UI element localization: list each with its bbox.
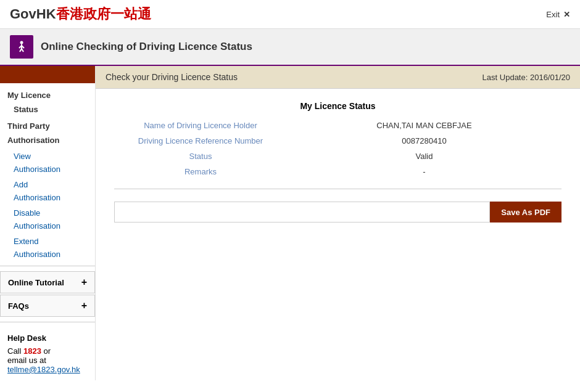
help-desk-contact: Call 1823 or email us at tellme@1823.gov… xyxy=(7,346,88,374)
faqs-label: FAQs xyxy=(8,301,29,311)
content-header: Check your Driving Licence Status Last U… xyxy=(96,66,580,89)
sidebar-section-add: Add Authorisation xyxy=(0,178,95,204)
sidebar-item-my-licence[interactable]: My Licence xyxy=(0,88,95,102)
help-email-prefix: email us at xyxy=(7,356,46,365)
page-title: Online Checking of Driving Licence Statu… xyxy=(41,41,252,53)
licence-label-status: Status xyxy=(114,152,287,161)
help-phone[interactable]: 1823 xyxy=(23,346,41,356)
sidebar-section-third-party: Third Party Authorisation xyxy=(0,119,95,147)
faqs-plus-icon: + xyxy=(81,300,87,311)
main-layout: My Licence Status Third Party Authorisat… xyxy=(0,66,580,380)
sidebar-item-view[interactable]: View xyxy=(0,150,95,163)
sidebar-item-status[interactable]: Status xyxy=(0,102,95,116)
content-divider xyxy=(114,189,561,189)
sidebar-item-add-auth[interactable]: Authorisation xyxy=(0,191,95,204)
online-tutorial-plus-icon: + xyxy=(81,277,87,288)
sidebar-faqs[interactable]: FAQs + xyxy=(0,295,95,317)
content-body: My Licence Status Name of Driving Licenc… xyxy=(96,89,580,241)
exit-x-icon: ✕ xyxy=(563,10,570,19)
licence-label-name: Name of Driving Licence Holder xyxy=(114,121,287,130)
save-input[interactable] xyxy=(114,202,490,223)
licence-table: My Licence Status Name of Driving Licenc… xyxy=(114,101,561,176)
help-call-suffix: or xyxy=(41,346,51,356)
licence-value-remarks: - xyxy=(287,167,561,176)
licence-value-ref: 0087280410 xyxy=(287,136,561,145)
sidebar: My Licence Status Third Party Authorisat… xyxy=(0,66,96,380)
gov-logo: GovHK香港政府一站通 xyxy=(10,5,151,23)
sidebar-section-my-licence: My Licence Status xyxy=(0,88,95,116)
sidebar-section-view: View Authorisation xyxy=(0,150,95,176)
sidebar-item-disable-auth[interactable]: Authorisation xyxy=(0,219,95,232)
licence-value-status: Valid xyxy=(287,152,561,161)
licence-table-title: My Licence Status xyxy=(114,101,561,111)
licence-row-status: Status Valid xyxy=(114,152,561,161)
content-last-update: Last Update: 2016/01/20 xyxy=(483,73,570,82)
help-email-link[interactable]: tellme@1823.gov.hk xyxy=(7,365,80,374)
top-header: GovHK香港政府一站通 Exit ✕ xyxy=(0,0,580,29)
licence-row-ref: Driving Licence Reference Number 0087280… xyxy=(114,136,561,145)
content-check-title: Check your Driving Licence Status xyxy=(106,72,238,82)
pedestrian-icon xyxy=(14,39,29,54)
save-row: Save As PDF xyxy=(114,202,561,229)
sidebar-item-authorisation[interactable]: Authorisation xyxy=(0,133,95,147)
svg-line-5 xyxy=(22,49,23,52)
sidebar-divider-1 xyxy=(0,266,95,266)
licence-value-name: CHAN,TAI MAN CEBFJAE xyxy=(287,121,561,130)
sidebar-item-third-party[interactable]: Third Party xyxy=(0,119,95,133)
help-desk-title: Help Desk xyxy=(7,333,88,343)
exit-button[interactable]: Exit ✕ xyxy=(546,10,570,19)
sidebar-item-disable[interactable]: Disable xyxy=(0,206,95,219)
sidebar-item-extend[interactable]: Extend xyxy=(0,235,95,248)
save-pdf-button[interactable]: Save As PDF xyxy=(490,202,561,223)
licence-label-ref: Driving Licence Reference Number xyxy=(114,136,287,145)
sidebar-section-disable: Disable Authorisation xyxy=(0,206,95,232)
logo-hk: HK xyxy=(36,6,56,22)
svg-point-0 xyxy=(20,41,23,44)
help-desk: Help Desk Call 1823 or email us at tellm… xyxy=(0,327,95,380)
sidebar-section-extend: Extend Authorisation xyxy=(0,235,95,261)
licence-label-remarks: Remarks xyxy=(114,167,287,176)
content-area: Check your Driving Licence Status Last U… xyxy=(96,66,580,380)
title-icon-wrap xyxy=(10,35,33,59)
logo-chinese: 香港政府一站通 xyxy=(56,6,151,22)
sidebar-divider-2 xyxy=(0,322,95,322)
licence-row-name: Name of Driving Licence Holder CHAN,TAI … xyxy=(114,121,561,130)
sidebar-header-bar xyxy=(0,66,95,83)
sidebar-item-view-auth[interactable]: Authorisation xyxy=(0,163,95,176)
sidebar-item-extend-auth[interactable]: Authorisation xyxy=(0,248,95,261)
help-call-prefix: Call xyxy=(7,346,23,356)
online-tutorial-label: Online Tutorial xyxy=(8,278,64,287)
exit-label: Exit xyxy=(546,10,560,19)
sidebar-online-tutorial[interactable]: Online Tutorial + xyxy=(0,271,95,293)
sidebar-item-add[interactable]: Add xyxy=(0,178,95,191)
logo-gov: Gov xyxy=(10,6,36,22)
title-bar: Online Checking of Driving Licence Statu… xyxy=(0,29,580,66)
licence-row-remarks: Remarks - xyxy=(114,167,561,176)
